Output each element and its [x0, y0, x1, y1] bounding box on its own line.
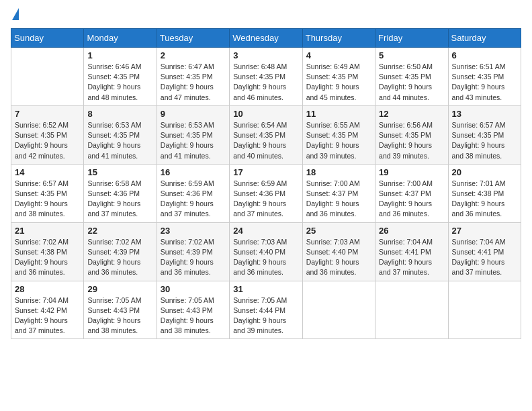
day-number: 26: [379, 226, 444, 236]
day-number: 27: [452, 226, 517, 236]
day-info: Sunrise: 6:51 AMSunset: 4:35 PMDaylight:…: [452, 62, 517, 103]
calendar-week-5: 28Sunrise: 7:04 AMSunset: 4:42 PMDayligh…: [11, 281, 521, 339]
calendar-cell: 5Sunrise: 6:50 AMSunset: 4:35 PMDaylight…: [375, 48, 448, 106]
day-number: 17: [233, 167, 298, 177]
calendar-cell: 29Sunrise: 7:05 AMSunset: 4:43 PMDayligh…: [84, 281, 157, 339]
calendar-cell: 1Sunrise: 6:46 AMSunset: 4:35 PMDaylight…: [84, 48, 157, 106]
day-header-tuesday: Tuesday: [157, 29, 229, 48]
calendar-cell: 8Sunrise: 6:53 AMSunset: 4:35 PMDaylight…: [84, 105, 157, 164]
logo-triangle-icon: [12, 8, 19, 20]
day-number: 21: [15, 226, 80, 236]
day-info: Sunrise: 6:46 AMSunset: 4:35 PMDaylight:…: [87, 62, 152, 103]
day-info: Sunrise: 7:04 AMSunset: 4:42 PMDaylight:…: [15, 295, 80, 336]
day-number: 9: [161, 109, 226, 119]
calendar-cell: 23Sunrise: 7:02 AMSunset: 4:39 PMDayligh…: [157, 222, 229, 281]
day-info: Sunrise: 6:56 AMSunset: 4:35 PMDaylight:…: [379, 120, 444, 161]
day-header-friday: Friday: [375, 29, 448, 48]
day-header-monday: Monday: [84, 29, 157, 48]
day-number: 15: [87, 167, 152, 177]
calendar-cell: 12Sunrise: 6:56 AMSunset: 4:35 PMDayligh…: [375, 105, 448, 164]
calendar-cell: 27Sunrise: 7:04 AMSunset: 4:41 PMDayligh…: [448, 222, 521, 281]
day-number: 14: [15, 167, 80, 177]
calendar-cell: 11Sunrise: 6:55 AMSunset: 4:35 PMDayligh…: [302, 105, 375, 164]
day-info: Sunrise: 6:58 AMSunset: 4:36 PMDaylight:…: [87, 179, 152, 220]
day-info: Sunrise: 6:55 AMSunset: 4:35 PMDaylight:…: [306, 120, 371, 161]
calendar-cell: 14Sunrise: 6:57 AMSunset: 4:35 PMDayligh…: [11, 164, 84, 222]
day-info: Sunrise: 6:50 AMSunset: 4:35 PMDaylight:…: [379, 62, 444, 103]
calendar-cell: 18Sunrise: 7:00 AMSunset: 4:37 PMDayligh…: [302, 164, 375, 222]
day-number: 19: [379, 167, 444, 177]
day-info: Sunrise: 7:02 AMSunset: 4:39 PMDaylight:…: [87, 237, 152, 278]
day-number: 12: [379, 109, 444, 119]
logo: [11, 11, 19, 20]
calendar-cell: 20Sunrise: 7:01 AMSunset: 4:38 PMDayligh…: [448, 164, 521, 222]
calendar-cell: 15Sunrise: 6:58 AMSunset: 4:36 PMDayligh…: [84, 164, 157, 222]
day-info: Sunrise: 6:57 AMSunset: 4:35 PMDaylight:…: [452, 120, 517, 161]
calendar-cell: 7Sunrise: 6:52 AMSunset: 4:35 PMDaylight…: [11, 105, 84, 164]
day-number: 3: [233, 50, 298, 60]
day-info: Sunrise: 7:00 AMSunset: 4:37 PMDaylight:…: [379, 179, 444, 220]
day-header-saturday: Saturday: [448, 29, 521, 48]
calendar-cell: 4Sunrise: 6:49 AMSunset: 4:35 PMDaylight…: [302, 48, 375, 106]
day-number: 2: [161, 50, 226, 60]
day-info: Sunrise: 6:49 AMSunset: 4:35 PMDaylight:…: [306, 62, 371, 103]
day-info: Sunrise: 7:04 AMSunset: 4:41 PMDaylight:…: [379, 237, 444, 278]
day-number: 16: [161, 167, 226, 177]
calendar-cell: 31Sunrise: 7:05 AMSunset: 4:44 PMDayligh…: [230, 281, 302, 339]
day-info: Sunrise: 6:53 AMSunset: 4:35 PMDaylight:…: [87, 120, 152, 161]
day-info: Sunrise: 7:05 AMSunset: 4:43 PMDaylight:…: [161, 295, 226, 336]
day-info: Sunrise: 7:03 AMSunset: 4:40 PMDaylight:…: [233, 237, 298, 278]
day-info: Sunrise: 6:59 AMSunset: 4:36 PMDaylight:…: [161, 179, 226, 220]
day-info: Sunrise: 7:00 AMSunset: 4:37 PMDaylight:…: [306, 179, 371, 220]
day-number: 7: [15, 109, 80, 119]
day-number: 8: [87, 109, 152, 119]
day-info: Sunrise: 7:04 AMSunset: 4:41 PMDaylight:…: [452, 237, 517, 278]
day-info: Sunrise: 6:59 AMSunset: 4:36 PMDaylight:…: [233, 179, 298, 220]
day-info: Sunrise: 7:05 AMSunset: 4:44 PMDaylight:…: [233, 295, 298, 336]
calendar-cell: 6Sunrise: 6:51 AMSunset: 4:35 PMDaylight…: [448, 48, 521, 106]
calendar-cell: [11, 48, 84, 106]
day-number: 11: [306, 109, 371, 119]
calendar-cell: [448, 281, 521, 339]
calendar-week-2: 7Sunrise: 6:52 AMSunset: 4:35 PMDaylight…: [11, 105, 521, 164]
day-info: Sunrise: 6:57 AMSunset: 4:35 PMDaylight:…: [15, 179, 80, 220]
day-info: Sunrise: 7:03 AMSunset: 4:40 PMDaylight:…: [306, 237, 371, 278]
calendar-week-4: 21Sunrise: 7:02 AMSunset: 4:38 PMDayligh…: [11, 222, 521, 281]
day-number: 5: [379, 50, 444, 60]
day-number: 10: [233, 109, 298, 119]
day-info: Sunrise: 7:01 AMSunset: 4:38 PMDaylight:…: [452, 179, 517, 220]
day-number: 4: [306, 50, 371, 60]
calendar-cell: [302, 281, 375, 339]
calendar-cell: 24Sunrise: 7:03 AMSunset: 4:40 PMDayligh…: [230, 222, 302, 281]
calendar-cell: 19Sunrise: 7:00 AMSunset: 4:37 PMDayligh…: [375, 164, 448, 222]
calendar-cell: 30Sunrise: 7:05 AMSunset: 4:43 PMDayligh…: [157, 281, 229, 339]
calendar-week-1: 1Sunrise: 6:46 AMSunset: 4:35 PMDaylight…: [11, 48, 521, 106]
day-header-sunday: Sunday: [11, 29, 84, 48]
day-number: 25: [306, 226, 371, 236]
day-info: Sunrise: 7:02 AMSunset: 4:38 PMDaylight:…: [15, 237, 80, 278]
day-number: 28: [15, 284, 80, 294]
day-number: 20: [452, 167, 517, 177]
calendar-cell: 26Sunrise: 7:04 AMSunset: 4:41 PMDayligh…: [375, 222, 448, 281]
calendar-cell: 10Sunrise: 6:54 AMSunset: 4:35 PMDayligh…: [230, 105, 302, 164]
day-number: 6: [452, 50, 517, 60]
day-number: 18: [306, 167, 371, 177]
calendar-table: SundayMondayTuesdayWednesdayThursdayFrid…: [11, 28, 521, 339]
calendar-cell: 2Sunrise: 6:47 AMSunset: 4:35 PMDaylight…: [157, 48, 229, 106]
day-info: Sunrise: 6:52 AMSunset: 4:35 PMDaylight:…: [15, 120, 80, 161]
day-info: Sunrise: 6:47 AMSunset: 4:35 PMDaylight:…: [161, 62, 226, 103]
calendar-cell: 21Sunrise: 7:02 AMSunset: 4:38 PMDayligh…: [11, 222, 84, 281]
day-number: 13: [452, 109, 517, 119]
calendar-cell: 3Sunrise: 6:48 AMSunset: 4:35 PMDaylight…: [230, 48, 302, 106]
day-number: 23: [161, 226, 226, 236]
calendar-cell: 13Sunrise: 6:57 AMSunset: 4:35 PMDayligh…: [448, 105, 521, 164]
day-info: Sunrise: 7:05 AMSunset: 4:43 PMDaylight:…: [87, 295, 152, 336]
day-header-wednesday: Wednesday: [230, 29, 302, 48]
day-number: 30: [161, 284, 226, 294]
day-info: Sunrise: 6:54 AMSunset: 4:35 PMDaylight:…: [233, 120, 298, 161]
day-header-thursday: Thursday: [302, 29, 375, 48]
day-info: Sunrise: 6:48 AMSunset: 4:35 PMDaylight:…: [233, 62, 298, 103]
day-number: 29: [87, 284, 152, 294]
calendar-header-row: SundayMondayTuesdayWednesdayThursdayFrid…: [11, 29, 521, 48]
calendar-cell: 28Sunrise: 7:04 AMSunset: 4:42 PMDayligh…: [11, 281, 84, 339]
